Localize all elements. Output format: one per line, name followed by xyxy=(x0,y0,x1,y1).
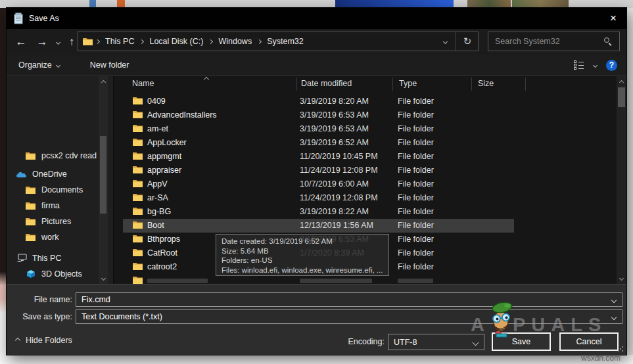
list-scrollbar-thumb[interactable] xyxy=(618,87,625,107)
help-button[interactable]: ? xyxy=(606,60,617,71)
folder-icon xyxy=(25,217,36,227)
scroll-down-icon[interactable] xyxy=(617,273,626,283)
breadcrumb-segment[interactable]: This PC xyxy=(103,37,137,46)
navigation-pane: pcsx2 cdv read eOneDriveDocumentsfirmaPi… xyxy=(7,76,113,284)
cell-date: 3/19/2019 6:53 AM xyxy=(300,110,369,120)
sidebar-item-label: OneDrive xyxy=(32,170,67,179)
column-separator[interactable] xyxy=(525,78,526,91)
save-as-type-dropdown-icon[interactable] xyxy=(612,312,616,321)
table-row-AppLocker[interactable]: AppLocker3/19/2019 6:52 AMFile folder xyxy=(114,136,626,150)
folder-icon xyxy=(133,248,143,258)
folder-icon xyxy=(133,138,143,148)
cell-type: File folder xyxy=(398,262,434,271)
sidebar-item-label: firma xyxy=(41,201,60,210)
forward-button[interactable]: → xyxy=(33,29,51,55)
encoding-dropdown-icon[interactable] xyxy=(473,338,478,347)
folder-icon xyxy=(133,97,143,106)
column-separator[interactable] xyxy=(296,78,297,91)
sidebar-item-onedrive[interactable]: OneDrive xyxy=(16,167,67,181)
refresh-icon[interactable]: ↻ xyxy=(457,35,478,47)
tooltip-line: Files: winload.efi, winload.exe, winresu… xyxy=(222,265,383,275)
organize-label: Organize xyxy=(18,60,52,70)
recent-locations-dropdown-icon[interactable] xyxy=(53,29,63,55)
breadcrumb-separator xyxy=(206,40,216,43)
back-button[interactable]: ← xyxy=(12,29,30,55)
hide-folders-button[interactable]: Hide Folders xyxy=(16,336,72,345)
folder-icon xyxy=(133,179,143,189)
title-bar[interactable]: Save As × xyxy=(7,8,626,29)
desktop-fragment xyxy=(512,0,569,8)
cell-date: 11/20/2019 10:45 PM xyxy=(300,152,378,161)
sidebar-item-pictures[interactable]: Pictures xyxy=(25,214,71,229)
column-separator[interactable] xyxy=(392,78,393,91)
address-bar[interactable]: This PCLocal Disk (C:)WindowsSystem32 ↻ xyxy=(78,32,479,51)
save-as-type-select[interactable]: Text Documents (*.txt) xyxy=(76,309,622,324)
table-row-am-et[interactable]: am-et3/19/2019 6:53 AMFile folder xyxy=(114,122,626,136)
cell-type: File folder xyxy=(398,235,434,244)
onedrive-icon xyxy=(16,170,27,179)
breadcrumb-segment[interactable]: System32 xyxy=(264,37,306,46)
search-box[interactable]: Search System32 xyxy=(488,32,620,51)
column-header-date[interactable]: Date modified xyxy=(301,79,352,88)
table-row-AdvancedInstallers[interactable]: AdvancedInstallers3/19/2019 6:53 AMFile … xyxy=(114,108,626,122)
sidebar-item-label: pcsx2 cdv read e xyxy=(41,151,104,160)
table-row-0409[interactable]: 04093/19/2019 8:20 AMFile folder xyxy=(114,95,626,108)
search-icon[interactable] xyxy=(604,37,613,46)
view-dropdown-icon[interactable] xyxy=(593,62,598,67)
column-header-name[interactable]: Name xyxy=(132,79,154,88)
site-watermark-text: wsxdn.com xyxy=(581,353,621,363)
breadcrumb-separator xyxy=(254,40,264,43)
table-row-ar-SA[interactable]: ar-SA11/24/2019 12:08 PMFile folder xyxy=(114,191,626,205)
scroll-up-icon[interactable] xyxy=(99,78,108,87)
sidebar-item-documents[interactable]: Documents xyxy=(25,183,83,197)
scroll-down-icon[interactable] xyxy=(99,273,108,283)
desktop-background-right xyxy=(626,8,633,355)
cell-name: am-et xyxy=(147,124,168,133)
new-folder-button[interactable]: New folder xyxy=(83,55,136,75)
change-view-button[interactable] xyxy=(574,60,584,70)
organize-button[interactable]: Organize xyxy=(12,55,66,75)
cell-type: File folder xyxy=(398,179,434,189)
sidebar-item-firma[interactable]: firma xyxy=(25,198,60,213)
sidebar-item-3d-objects[interactable]: 3D Objects xyxy=(25,267,82,281)
breadcrumb-separator xyxy=(137,40,147,43)
cancel-button[interactable]: Cancel xyxy=(559,332,619,351)
table-row-bg-BG[interactable]: bg-BG3/19/2019 8:22 AMFile folder xyxy=(114,205,626,219)
file-name-input[interactable]: Fix.cmd xyxy=(76,292,622,307)
sidebar-item-this-pc[interactable]: This PC xyxy=(16,251,61,265)
sidebar-item-label: This PC xyxy=(32,254,61,263)
file-name-dropdown-icon[interactable] xyxy=(612,295,616,304)
breadcrumb-segment[interactable]: Local Disk (C:) xyxy=(147,37,206,46)
scroll-up-icon[interactable] xyxy=(617,78,626,87)
column-header-type[interactable]: Type xyxy=(399,79,417,88)
table-row-AppV[interactable]: AppV10/7/2019 6:00 AMFile folder xyxy=(114,177,626,191)
folder-icon xyxy=(133,221,143,231)
table-row-Boot[interactable]: Boot12/13/2019 1:56 AMFile folder xyxy=(114,219,626,233)
encoding-select[interactable]: UTF-8 xyxy=(388,334,484,350)
cell-type: File folder xyxy=(398,248,434,258)
cell-type: File folder xyxy=(398,207,434,216)
cell-type: File folder xyxy=(398,110,434,120)
sidebar-scrollbar-thumb[interactable] xyxy=(100,136,106,214)
folder-icon xyxy=(133,235,143,244)
folder-icon xyxy=(133,276,143,284)
breadcrumb-segment[interactable]: Windows xyxy=(216,37,254,46)
organize-dropdown-icon xyxy=(56,62,60,67)
column-header-size[interactable]: Size xyxy=(478,79,494,88)
list-scrollbar[interactable] xyxy=(617,76,626,284)
address-dropdown-icon[interactable] xyxy=(436,40,454,43)
cell-date: 3/19/2019 6:53 AM xyxy=(300,124,369,133)
save-button[interactable]: Save xyxy=(492,332,551,351)
cell-name: AdvancedInstallers xyxy=(147,110,217,120)
table-row-appmgmt[interactable]: appmgmt11/20/2019 10:45 PMFile folder xyxy=(114,150,626,164)
desktop-background-top xyxy=(0,0,633,8)
sidebar-item-work[interactable]: work xyxy=(25,230,59,244)
address-folder-icon xyxy=(83,37,93,45)
close-button[interactable]: × xyxy=(600,8,626,29)
sidebar-scrollbar[interactable] xyxy=(99,76,108,284)
sidebar-item-pcsx2-cdv-read-e[interactable]: pcsx2 cdv read e xyxy=(25,148,104,163)
folder-icon xyxy=(25,233,36,242)
table-row-appraiser[interactable]: appraiser11/24/2019 12:08 PMFile folder xyxy=(114,164,626,177)
column-separator[interactable] xyxy=(471,78,472,91)
resize-grip[interactable] xyxy=(617,346,624,352)
